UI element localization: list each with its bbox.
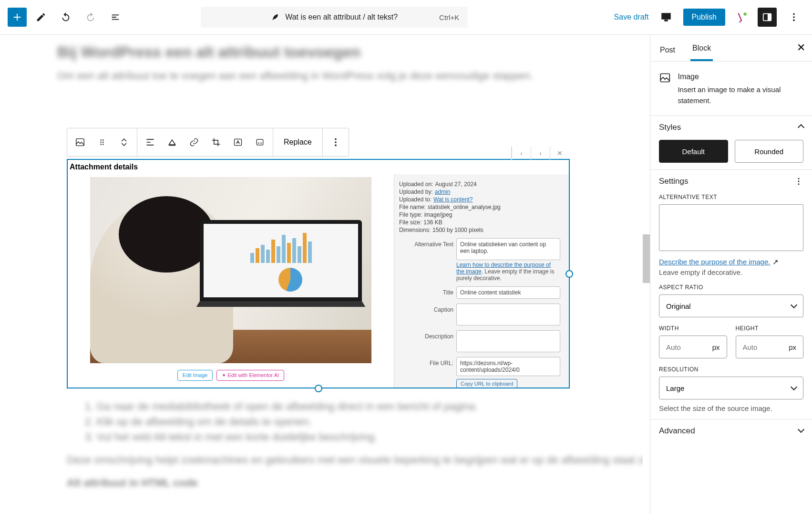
link-button[interactable] bbox=[183, 128, 205, 156]
width-unit[interactable]: px bbox=[712, 343, 720, 351]
svg-rect-6 bbox=[76, 139, 84, 146]
svg-point-8 bbox=[103, 139, 104, 141]
title-input[interactable]: Online content statistiek bbox=[456, 286, 560, 299]
attachment-details-panel: Uploaded on:August 27, 2024 Uploaded by:… bbox=[394, 174, 569, 388]
svg-rect-20 bbox=[660, 74, 669, 82]
edit-image-button[interactable]: Edit Image bbox=[177, 370, 213, 381]
editor-canvas-wrap: Bij WordPress een alt attribuut toevoege… bbox=[0, 35, 650, 514]
publish-button[interactable]: Publish bbox=[683, 9, 725, 26]
height-unit[interactable]: px bbox=[789, 343, 796, 351]
svg-point-16 bbox=[260, 142, 262, 144]
svg-point-17 bbox=[335, 138, 337, 140]
width-input[interactable] bbox=[666, 343, 695, 351]
alt-text-input[interactable]: Online statistieken van content op een l… bbox=[456, 238, 560, 260]
resize-handle-bottom[interactable] bbox=[315, 385, 322, 392]
svg-rect-2 bbox=[768, 14, 771, 21]
edit-elementor-button[interactable]: ✦ Edit with Elementor AI bbox=[216, 370, 284, 381]
editor-main: Bij WordPress een alt attribuut toevoege… bbox=[0, 35, 812, 514]
caption-button[interactable] bbox=[161, 128, 183, 156]
text-overlay-button[interactable] bbox=[227, 128, 249, 156]
svg-point-4 bbox=[793, 16, 795, 18]
attachment-prev[interactable]: ‹ bbox=[512, 147, 531, 160]
svg-point-23 bbox=[798, 183, 800, 185]
add-block-button[interactable] bbox=[8, 8, 27, 27]
image-block[interactable]: ‹ › ✕ Attachment details bbox=[67, 159, 570, 388]
height-input[interactable] bbox=[743, 343, 771, 351]
chevron-down-icon bbox=[121, 143, 127, 147]
style-default-button[interactable]: Default bbox=[659, 140, 728, 163]
crop-button[interactable] bbox=[205, 128, 227, 156]
caption-input[interactable] bbox=[456, 304, 560, 325]
block-info: Image Insert an image to make a visual s… bbox=[650, 62, 812, 116]
kebab-icon[interactable] bbox=[794, 177, 803, 186]
description-input[interactable] bbox=[456, 330, 560, 352]
blurred-content-below: 1. Ga naar de mediabibliotheek of open d… bbox=[67, 398, 581, 495]
save-draft-button[interactable]: Save draft bbox=[614, 13, 649, 21]
drag-handle[interactable] bbox=[91, 128, 113, 156]
block-more-options[interactable] bbox=[325, 128, 347, 156]
resolution-select[interactable]: Large bbox=[659, 377, 803, 399]
tools-button[interactable] bbox=[31, 7, 51, 28]
editor-canvas[interactable]: Bij WordPress een alt attribuut toevoege… bbox=[0, 35, 643, 514]
chevron-down-icon bbox=[791, 302, 796, 310]
advanced-panel-toggle[interactable]: Advanced bbox=[659, 426, 803, 436]
blurred-heading: Bij WordPress een alt attribuut toevoege… bbox=[57, 43, 586, 61]
text-frame-icon bbox=[233, 137, 243, 147]
file-url-input[interactable]: https://dezons.nl/wp-content/uploads/202… bbox=[456, 357, 560, 376]
feather-icon bbox=[271, 13, 279, 21]
drag-icon bbox=[98, 138, 106, 147]
styles-panel: Styles Default Rounded bbox=[650, 116, 812, 170]
align-button[interactable] bbox=[139, 128, 161, 156]
editor-topbar: Wat is een alt attribuut / alt tekst? Ct… bbox=[0, 0, 812, 35]
style-rounded-button[interactable]: Rounded bbox=[735, 140, 804, 163]
replace-button[interactable]: Replace bbox=[275, 128, 320, 156]
undo-icon bbox=[61, 12, 71, 22]
shortcut-hint: Ctrl+K bbox=[439, 13, 459, 21]
sidebar-alt-text-input[interactable] bbox=[659, 204, 803, 251]
sidebar-toggle-button[interactable] bbox=[758, 8, 777, 27]
image-icon bbox=[659, 71, 671, 84]
tab-block[interactable]: Block bbox=[690, 37, 713, 61]
settings-panel-header[interactable]: Settings bbox=[659, 177, 803, 186]
more-options-button[interactable] bbox=[783, 7, 804, 28]
uploaded-to-link[interactable]: Wat is content? bbox=[433, 196, 473, 203]
scrollbar-thumb[interactable] bbox=[643, 234, 650, 283]
undo-button[interactable] bbox=[55, 7, 76, 28]
svg-point-19 bbox=[335, 145, 337, 147]
document-title-bar[interactable]: Wat is een alt attribuut / alt tekst? Ct… bbox=[201, 7, 468, 28]
chevron-down-icon bbox=[799, 426, 803, 436]
describe-purpose-link[interactable]: Describe the purpose of the image. bbox=[659, 258, 770, 266]
svg-point-3 bbox=[793, 13, 795, 15]
svg-point-11 bbox=[100, 144, 102, 145]
copy-url-button[interactable]: Copy URL to clipboard bbox=[456, 379, 517, 388]
resolution-label: RESOLUTION bbox=[659, 366, 803, 373]
tab-post[interactable]: Post bbox=[658, 39, 677, 61]
caption-icon bbox=[167, 137, 177, 147]
resolution-help: Select the size of the source image. bbox=[659, 404, 803, 412]
duotone-button[interactable] bbox=[249, 128, 271, 156]
alt-text-label: ALTERNATIVE TEXT bbox=[659, 194, 803, 200]
close-sidebar-button[interactable]: ✕ bbox=[797, 42, 805, 54]
attachment-close[interactable]: ✕ bbox=[550, 147, 569, 160]
svg-point-21 bbox=[798, 178, 800, 179]
svg-point-5 bbox=[793, 20, 795, 21]
block-title: Image bbox=[678, 71, 803, 83]
block-type-button[interactable] bbox=[69, 128, 91, 156]
attachment-next[interactable]: › bbox=[531, 147, 550, 160]
yoast-button[interactable] bbox=[732, 8, 751, 27]
svg-point-7 bbox=[100, 139, 102, 141]
plus-icon bbox=[12, 12, 22, 22]
image-icon bbox=[75, 137, 85, 147]
document-outline-button[interactable] bbox=[105, 7, 126, 28]
svg-point-0 bbox=[743, 12, 747, 16]
settings-sidebar: Post Block ✕ Image Insert an image to ma… bbox=[650, 35, 812, 514]
canvas-scrollbar[interactable] bbox=[643, 35, 650, 514]
preview-button[interactable] bbox=[656, 7, 677, 28]
move-updown[interactable] bbox=[113, 128, 135, 156]
redo-button[interactable] bbox=[80, 7, 101, 28]
styles-panel-toggle[interactable]: Styles bbox=[659, 123, 803, 132]
aspect-ratio-select[interactable]: Original bbox=[659, 294, 803, 317]
uploaded-by-link[interactable]: admin bbox=[435, 189, 451, 195]
resize-handle-right[interactable] bbox=[565, 270, 573, 278]
redo-icon bbox=[85, 12, 96, 22]
